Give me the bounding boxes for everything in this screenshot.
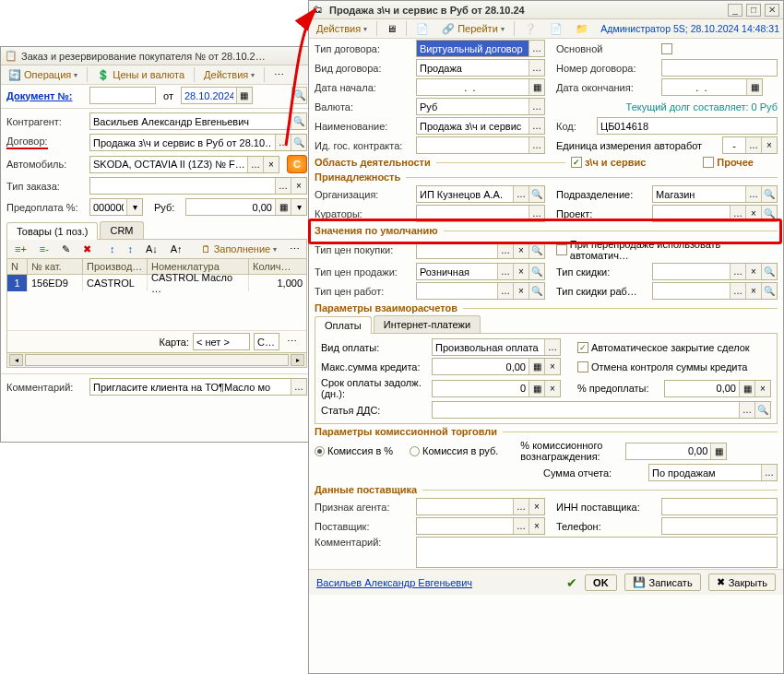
add-row-icon[interactable]: ≡+	[11, 242, 30, 255]
dots-icon[interactable]: …	[513, 186, 529, 202]
col-n[interactable]: N	[7, 259, 28, 274]
dds-input[interactable]: …🔍	[432, 401, 771, 419]
actions-menu-right[interactable]: Действия ▾	[313, 22, 371, 35]
dn-input[interactable]: ▦	[416, 78, 545, 96]
dots-icon[interactable]: …	[529, 118, 544, 134]
clear-icon[interactable]: ×	[291, 178, 306, 194]
radio-kom-pct[interactable]: Комиссия в %	[315, 445, 393, 456]
table-row[interactable]: 1 156ED9 CASTROL CASTROL Масло … 1,000	[7, 275, 306, 291]
clear-icon[interactable]: ×	[745, 206, 761, 221]
cb-prochee[interactable]: Прочее	[703, 157, 754, 168]
dots-icon[interactable]: …	[529, 206, 544, 221]
dots-icon[interactable]: …	[730, 206, 745, 221]
komvozn-input[interactable]: ▦	[625, 443, 727, 460]
icon-btn-2[interactable]: 📄	[412, 22, 433, 36]
fill-menu[interactable]: 🗒 Заполнение ▾	[197, 242, 281, 255]
tipdog-input[interactable]: …	[416, 40, 545, 57]
tab-goods[interactable]: Товары (1 поз.)	[6, 222, 98, 240]
maxsum-input[interactable]: ▦×	[432, 358, 561, 375]
tab-crm[interactable]: CRM	[100, 221, 143, 239]
delete-icon[interactable]: ✖	[79, 242, 95, 256]
supp-input[interactable]: …×	[416, 517, 545, 535]
actions-menu-left[interactable]: Действия ▾	[200, 68, 258, 81]
osnov-checkbox[interactable]	[661, 43, 672, 54]
lookup-icon[interactable]: 🔍	[529, 186, 544, 202]
close-button-bottom[interactable]: ✖Закрыть	[708, 573, 776, 591]
radio-kom-rub[interactable]: Комиссия в руб.	[410, 445, 498, 456]
org-input[interactable]: …🔍	[416, 185, 545, 203]
dots-icon[interactable]: …	[529, 137, 544, 153]
save-button[interactable]: 💾Записать	[624, 573, 701, 591]
dots-icon[interactable]: …	[529, 60, 544, 76]
tab-inet[interactable]: Интернет-платежи	[374, 315, 481, 333]
karta-input[interactable]	[193, 333, 250, 350]
dots-icon[interactable]: …	[529, 41, 544, 56]
select-auto-button[interactable]: C	[287, 155, 307, 173]
vidopl-input[interactable]: …	[432, 338, 561, 356]
edit-row-icon[interactable]: ✎	[58, 242, 74, 256]
icon-btn-4[interactable]: 📁	[572, 22, 592, 36]
minimize-button[interactable]: _	[728, 4, 742, 17]
icon-btn-1[interactable]: 🖥	[383, 22, 400, 35]
ok-button[interactable]: OK	[585, 574, 617, 591]
lookup-icon[interactable]: 🔍	[291, 135, 306, 150]
podr-input[interactable]: …🔍	[652, 185, 778, 203]
cb-zch[interactable]: ✓з\ч и сервис	[571, 157, 646, 168]
help-icon[interactable]: ❔	[520, 22, 540, 36]
dogovor-input[interactable]: …🔍	[89, 134, 307, 151]
kurat-input[interactable]: …	[416, 205, 545, 222]
auto-input[interactable]: …×	[89, 156, 279, 173]
karta-extra[interactable]	[254, 333, 279, 350]
nomer-input[interactable]	[661, 59, 778, 77]
dots-icon[interactable]: …	[529, 99, 544, 114]
tsr-input[interactable]: …×🔍	[652, 282, 778, 300]
kod-input[interactable]	[597, 117, 778, 135]
srok-input[interactable]: ▦×	[432, 380, 561, 397]
sort-desc-icon[interactable]: A↑	[167, 242, 186, 255]
sumotch-input[interactable]: …	[648, 464, 778, 481]
prepay-pct-input[interactable]: ▾	[89, 198, 143, 216]
del-row-icon[interactable]: ≡-	[36, 242, 53, 255]
doc-date-input[interactable]: ▦	[181, 87, 253, 104]
h-scrollbar[interactable]: ◂▸	[7, 352, 306, 367]
project-input[interactable]: …×🔍	[652, 205, 778, 222]
lookup-icon[interactable]: 🔍	[761, 186, 777, 202]
col-prod[interactable]: Производ…	[83, 259, 148, 274]
close-button[interactable]: ✕	[765, 4, 779, 17]
lookup-icon[interactable]: 🔍	[291, 113, 306, 129]
clear-icon[interactable]: ×	[263, 157, 279, 172]
btn-more2[interactable]: ⋯	[286, 242, 303, 256]
calendar-icon[interactable]: ▦	[746, 79, 762, 95]
prepay-sum-input[interactable]: ▦▾	[185, 198, 307, 216]
sort-asc-icon[interactable]: A↓	[142, 242, 161, 255]
tab-oplaty[interactable]: Оплаты	[315, 316, 372, 334]
calendar-icon[interactable]: ▦	[529, 79, 544, 95]
comment-input[interactable]: …	[89, 378, 307, 396]
tcr-input[interactable]: …×🔍	[416, 282, 545, 300]
pctpre-input[interactable]: ▦×	[664, 380, 771, 397]
calendar-icon[interactable]: ▦	[236, 88, 252, 103]
komm-input[interactable]	[416, 537, 778, 568]
operation-menu[interactable]: 🔄Операция ▾	[5, 68, 81, 82]
doc-lookup-icon[interactable]: 🔍	[291, 87, 307, 104]
col-kat[interactable]: № кат.	[28, 259, 83, 274]
dots-icon[interactable]: …	[745, 137, 761, 153]
owner-link[interactable]: Васильев Александр Евгеньевич	[316, 577, 472, 588]
edizm-input[interactable]: …×	[722, 136, 778, 154]
do-input[interactable]: ▦	[661, 78, 763, 96]
move-down-icon[interactable]: ↕	[124, 242, 137, 255]
dots-icon[interactable]: …	[745, 186, 761, 202]
col-qty[interactable]: Колич…	[249, 259, 306, 274]
tskid-input[interactable]: …×🔍	[652, 263, 778, 280]
dots-icon[interactable]: …	[275, 135, 291, 150]
clear-icon[interactable]: ×	[761, 137, 777, 153]
dots-icon[interactable]: …	[275, 178, 291, 194]
cb-pereprod[interactable]: При перепродаже использовать автоматич…	[556, 239, 778, 261]
move-up-icon[interactable]: ↕	[106, 242, 119, 255]
contragent-input[interactable]: 🔍	[89, 112, 307, 130]
maximize-button[interactable]: □	[746, 4, 761, 17]
dots-icon[interactable]: …	[291, 379, 306, 395]
inn-input[interactable]	[661, 498, 778, 515]
naim-input[interactable]: …	[416, 117, 545, 135]
cb-otmena[interactable]: Отмена контроля суммы кредита	[577, 361, 747, 372]
